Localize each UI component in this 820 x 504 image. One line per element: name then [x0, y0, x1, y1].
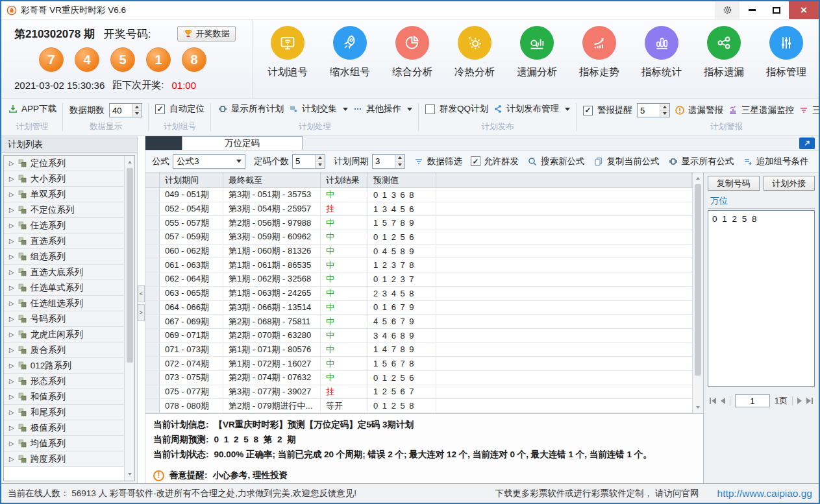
sidebar-item-series[interactable]: ▷和尾系列	[4, 405, 124, 420]
table-row[interactable]: 061 - 063期第1期 - 061期 - 86535中1 2 3 7 8	[145, 258, 692, 272]
sidebar-item-series[interactable]: ▷任选单式系列	[4, 280, 124, 296]
alert-input[interactable]	[638, 104, 660, 117]
table-row[interactable]: 062 - 064期第1期 - 062期 - 32568中0 1 2 3 7	[145, 272, 692, 287]
sidebar-item-series[interactable]: ▷形态系列	[4, 374, 124, 389]
table-row[interactable]: 069 - 071期第2期 - 070期 - 63280中3 4 6 8 9	[145, 329, 692, 343]
col-period[interactable]: 计划期间	[160, 173, 223, 187]
sidebar-item-series[interactable]: ▷不定位系列	[4, 202, 124, 218]
scroll-thumb[interactable]	[127, 168, 133, 363]
scroll-down-icon[interactable]	[696, 403, 700, 412]
star3-monitor-button[interactable]: 三星遗漏监控	[728, 104, 794, 116]
settings-button[interactable]	[715, 1, 739, 19]
sidebar-item-series[interactable]: ▷组选系列	[4, 249, 124, 265]
step-up[interactable]	[660, 104, 669, 111]
sidebar-item-series[interactable]: ▷单双系列	[4, 187, 124, 202]
sidebar-item-series[interactable]: ▷极值系列	[4, 420, 124, 436]
copy-numbers-button[interactable]: 复制号码	[708, 176, 760, 191]
table-row[interactable]: 075 - 077期第3期 - 077期 - 39027挂1 2 5 6 7	[145, 385, 692, 400]
data-periods-input[interactable]	[110, 104, 132, 117]
allow-send-checkbox[interactable]	[471, 156, 480, 166]
scroll-up-icon[interactable]	[696, 174, 700, 183]
nav-indicator-stats[interactable]: 指标统计	[630, 26, 693, 98]
table-row[interactable]: 049 - 051期第3期 - 051期 - 35753中0 1 3 6 8	[145, 188, 692, 202]
draw-data-button[interactable]: 开奖数据	[177, 26, 236, 42]
formula-select[interactable]: 公式3	[173, 154, 245, 169]
nav-indicator-trend[interactable]: 指标走势	[568, 26, 630, 98]
override-condition-button[interactable]: 覆盖组号条件	[817, 156, 819, 167]
sidebar-item-series[interactable]: ▷质合系列	[4, 342, 124, 358]
nav-comprehensive-analysis[interactable]: 综合分析	[381, 26, 443, 98]
step-up[interactable]	[132, 104, 142, 111]
step-up[interactable]	[316, 155, 325, 162]
data-filter-button[interactable]: 数据筛选	[414, 156, 462, 167]
app-download-button[interactable]: APP下载	[8, 103, 56, 115]
scroll-down-icon[interactable]	[128, 470, 132, 479]
table-scrollbar[interactable]	[692, 173, 703, 413]
expand-right-button[interactable]: >	[138, 304, 145, 321]
nav-plan-chase[interactable]: 计划追号	[256, 26, 319, 98]
table-row[interactable]: 055 - 057期第2期 - 056期 - 97988中1 5 7 8 9	[145, 216, 692, 230]
prev-page-button[interactable]	[721, 398, 725, 404]
publish-manage-dropdown[interactable]: 计划发布管理	[493, 103, 570, 115]
step-up[interactable]	[395, 155, 404, 162]
first-page-button[interactable]	[710, 398, 716, 404]
alert-stepper[interactable]	[637, 103, 670, 117]
close-button[interactable]: ×	[789, 1, 819, 19]
sidebar-item-series[interactable]: ▷大小系列	[4, 171, 124, 187]
sidebar-item-series[interactable]: ▷直选系列	[4, 234, 124, 249]
scroll-thumb[interactable]	[695, 184, 701, 376]
sidebar-item-series[interactable]: ▷定位系列	[4, 156, 124, 171]
table-row[interactable]: 072 - 074期第1期 - 072期 - 16027中1 5 6 7 8	[145, 357, 692, 371]
scroll-up-icon[interactable]	[128, 158, 132, 167]
sidebar-item-series[interactable]: ▷任选组选系列	[4, 296, 124, 311]
table-row[interactable]: 078 - 080期第2期 - 079期进行中...等开0 1 2 5 8	[145, 399, 692, 413]
nav-omission-analysis[interactable]: 遗漏分析	[506, 26, 568, 98]
step-down[interactable]	[316, 162, 325, 168]
tab-wanwei-dingma[interactable]: 万位定码	[182, 136, 303, 150]
omit-alert-button[interactable]: 遗漏警报	[675, 104, 723, 116]
data-periods-stepper[interactable]	[109, 103, 142, 117]
sidebar-item-series[interactable]: ▷和值系列	[4, 389, 124, 405]
table-row[interactable]: 057 - 059期第3期 - 059期 - 60962中0 1 2 5 6	[145, 230, 692, 245]
append-condition-button[interactable]: 追加组号条件	[743, 156, 809, 167]
panel-expand-button[interactable]	[799, 138, 815, 149]
col-cutoff[interactable]: 最终截至	[223, 173, 321, 187]
nav-indicator-omission[interactable]: 指标遗漏	[693, 26, 755, 98]
code-count-stepper[interactable]	[292, 154, 325, 169]
sidebar-item-series[interactable]: ▷号码系列	[4, 311, 124, 327]
show-all-formula-button[interactable]: 显示所有公式	[668, 156, 734, 167]
collapse-left-button[interactable]: <	[138, 285, 145, 302]
table-row[interactable]: 067 - 069期第2期 - 068期 - 75811中4 5 6 7 9	[145, 315, 692, 329]
sidebar-item-series[interactable]: ▷龙虎庄闲系列	[4, 327, 124, 342]
last-page-button[interactable]	[806, 398, 813, 404]
nav-indicator-manage[interactable]: 指标管理	[755, 26, 817, 98]
plan-external-button[interactable]: 计划外接	[764, 176, 815, 191]
table-row[interactable]: 071 - 073期第1期 - 071期 - 80576中1 4 7 8 9	[145, 343, 692, 357]
code-count-input[interactable]	[293, 155, 315, 168]
maximize-button[interactable]	[764, 1, 789, 19]
other-operations-dropdown[interactable]: 其他操作	[353, 103, 412, 115]
table-row[interactable]: 052 - 054期第3期 - 054期 - 25957挂1 3 4 5 6	[145, 202, 692, 217]
table-row[interactable]: 063 - 065期第1期 - 063期 - 24265中2 3 4 5 8	[145, 287, 692, 301]
cycle-input[interactable]	[373, 155, 395, 168]
sidebar-item-series[interactable]: ▷直选大底系列	[4, 265, 124, 280]
copy-formula-button[interactable]: 复制当前公式	[593, 156, 660, 167]
sidebar-scrollbar[interactable]	[124, 156, 134, 481]
qq-send-checkbox[interactable]	[425, 104, 435, 114]
official-site-link[interactable]: http://www.caipiao.gg	[717, 488, 812, 499]
alert-remind-checkbox[interactable]	[583, 106, 593, 115]
sidebar-item-series[interactable]: ▷012路系列	[4, 358, 124, 374]
table-row[interactable]: 064 - 066期第3期 - 066期 - 13514中0 1 6 7 9	[145, 301, 692, 315]
col-predict[interactable]: 预测值	[368, 173, 436, 187]
nav-hot-cold-analysis[interactable]: 冷热分析	[443, 26, 506, 98]
show-all-plans-button[interactable]: 显示所有计划	[217, 103, 284, 115]
plan-intersect-dropdown[interactable]: 计划交集	[288, 103, 348, 115]
sidebar-item-series[interactable]: ▷任选系列	[4, 218, 124, 234]
sidebar-item-series[interactable]: ▷跨度系列	[4, 451, 124, 467]
table-row[interactable]: 060 - 062期第1期 - 060期 - 81326中0 4 5 8 9	[145, 245, 692, 259]
star3-shrink-button[interactable]: 三星缩水+监控	[799, 104, 820, 116]
next-page-button[interactable]	[797, 398, 802, 404]
col-result[interactable]: 计划结果	[321, 173, 368, 187]
search-formula-button[interactable]: 搜索新公式	[527, 156, 585, 167]
minimize-button[interactable]	[739, 1, 764, 19]
